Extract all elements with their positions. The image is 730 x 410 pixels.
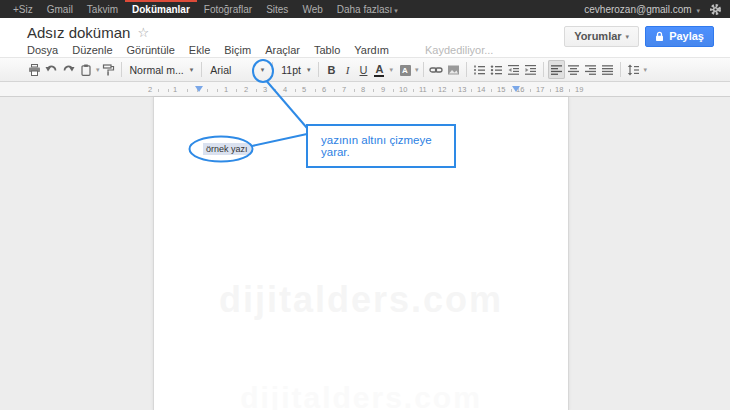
- ruler-number: 11: [417, 85, 429, 94]
- toolbar-separator: [620, 62, 621, 77]
- account-menu[interactable]: cevherozan@gmail.com ▾: [584, 4, 700, 15]
- share-button[interactable]: Paylaş: [645, 26, 714, 47]
- topbar-item-web[interactable]: Web: [295, 0, 329, 18]
- ruler-tick: [256, 89, 257, 92]
- menu-ekle[interactable]: Ekle: [189, 44, 210, 56]
- font-value: Arial: [210, 64, 231, 76]
- ruler-tick: [334, 89, 335, 92]
- line-spacing-icon[interactable]: [625, 60, 642, 79]
- chevron-down-icon: ▾: [626, 27, 630, 46]
- styles-dropdown[interactable]: Normal m... ▾: [126, 64, 198, 76]
- indent-icon[interactable]: [522, 60, 539, 79]
- toolbar-separator: [423, 62, 424, 77]
- topbar-item-dokumanlar[interactable]: Dokümanlar: [125, 0, 197, 18]
- link-icon[interactable]: [428, 60, 445, 79]
- topbar-item-more[interactable]: Daha fazlası▾: [330, 0, 405, 18]
- comments-button[interactable]: Yorumlar ▾: [564, 26, 639, 47]
- ruler-tick: [217, 89, 218, 92]
- align-center-icon[interactable]: [565, 60, 582, 79]
- ruler-number: 6: [320, 85, 328, 94]
- save-status: Kaydediliyor...: [425, 44, 493, 56]
- bullet-list-icon[interactable]: [488, 60, 505, 79]
- image-icon[interactable]: [445, 60, 462, 79]
- ruler-tick: [187, 89, 188, 92]
- menu-bicim[interactable]: Biçim: [224, 44, 251, 56]
- ruler-number: 1: [171, 85, 179, 94]
- ruler-tick: [315, 89, 316, 92]
- ruler-tick: [569, 89, 570, 92]
- ruler-tick: [236, 89, 237, 92]
- highlight-icon: A: [400, 65, 411, 76]
- menu-yardim[interactable]: Yardım: [354, 44, 389, 56]
- google-topbar: +Siz Gmail Takvim Dokümanlar Fotoğraflar…: [0, 0, 730, 18]
- watermark: dijitalders.com: [219, 279, 503, 321]
- align-left-icon[interactable]: [548, 60, 565, 79]
- highlight-button[interactable]: A: [397, 63, 413, 76]
- ruler-number: 3: [261, 85, 269, 94]
- text-color-button[interactable]: A: [371, 63, 387, 77]
- redo-icon[interactable]: [60, 60, 77, 79]
- text-color-icon: A: [374, 64, 384, 77]
- toolbar-separator: [466, 62, 467, 77]
- menu-goruntule[interactable]: Görüntüle: [127, 44, 175, 56]
- ruler-tick: [354, 89, 355, 92]
- doc-title[interactable]: Adsız doküman: [27, 24, 130, 41]
- chevron-down-icon[interactable]: ▾: [644, 66, 648, 74]
- font-size-dropdown[interactable]: 11pt ▾: [277, 64, 314, 76]
- ruler-tick: [471, 89, 472, 92]
- ruler-number: 4: [281, 85, 289, 94]
- toolbar-separator: [201, 62, 202, 77]
- chevron-down-icon[interactable]: ▾: [415, 66, 419, 74]
- font-dropdown[interactable]: Arial ▾: [206, 64, 268, 76]
- styles-value: Normal m...: [130, 64, 184, 76]
- ruler-number: 14: [475, 85, 487, 94]
- topbar-item-plus-siz[interactable]: +Siz: [6, 0, 40, 18]
- ruler-number: 13: [456, 85, 468, 94]
- ruler-tick: [530, 89, 531, 92]
- ruler: 2112345678910111213141516171819: [0, 82, 730, 97]
- print-icon[interactable]: [26, 60, 43, 79]
- chevron-down-icon[interactable]: ▾: [389, 66, 393, 74]
- italic-button[interactable]: I: [339, 64, 355, 76]
- font-size-value: 11pt: [281, 64, 301, 76]
- ruler-tick: [168, 89, 169, 92]
- chevron-down-icon: ▾: [696, 7, 700, 14]
- ruler-tick: [275, 89, 276, 92]
- sample-selected-text[interactable]: örnek yazı: [203, 143, 251, 155]
- star-icon[interactable]: ☆: [137, 25, 149, 40]
- ruler-tick: [393, 89, 394, 92]
- ruler-indent-marker[interactable]: [195, 86, 203, 92]
- align-justify-icon[interactable]: [599, 60, 616, 79]
- undo-icon[interactable]: [43, 60, 60, 79]
- paint-format-icon[interactable]: [100, 60, 117, 79]
- topbar-item-gmail[interactable]: Gmail: [40, 0, 80, 18]
- menu-araclar[interactable]: Araçlar: [265, 44, 300, 56]
- menu-dosya[interactable]: Dosya: [27, 44, 58, 56]
- align-right-icon[interactable]: [582, 60, 599, 79]
- toolbar-separator: [121, 62, 122, 77]
- ruler-tick: [432, 89, 433, 92]
- clipboard-icon[interactable]: [77, 60, 94, 79]
- outdent-icon[interactable]: [505, 60, 522, 79]
- gear-icon[interactable]: [709, 3, 722, 16]
- chevron-down-icon: ▾: [261, 66, 265, 74]
- chevron-down-icon[interactable]: ▾: [96, 66, 100, 74]
- ruler-number: 1: [222, 85, 230, 94]
- ruler-number: 2: [146, 85, 154, 94]
- ruler-number: 10: [397, 85, 409, 94]
- toolbar-separator: [543, 62, 544, 77]
- bold-button[interactable]: B: [323, 64, 339, 76]
- ruler-indent-marker[interactable]: [512, 86, 520, 92]
- toolbar-separator: [318, 62, 319, 77]
- ruler-number: 12: [436, 85, 448, 94]
- topbar-item-sites[interactable]: Sites: [259, 0, 295, 18]
- topbar-item-takvim[interactable]: Takvim: [80, 0, 125, 18]
- numbered-list-icon[interactable]: [471, 60, 488, 79]
- chevron-down-icon: ▾: [190, 66, 194, 74]
- topbar-more-label: Daha fazlası: [337, 4, 393, 15]
- menu-duzenle[interactable]: Düzenle: [72, 44, 112, 56]
- underline-button[interactable]: U: [355, 64, 371, 76]
- menu-tablo[interactable]: Tablo: [314, 44, 340, 56]
- account-email: cevherozan@gmail.com: [584, 4, 691, 15]
- topbar-item-fotograflar[interactable]: Fotoğraflar: [197, 0, 259, 18]
